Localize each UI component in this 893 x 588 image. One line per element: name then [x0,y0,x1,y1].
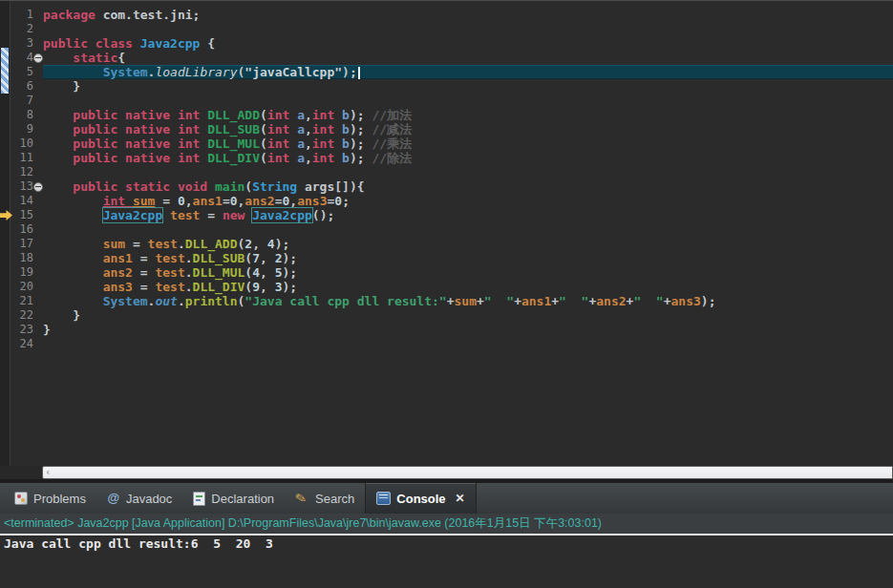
code-token: new [223,208,252,222]
code-line[interactable]: } [43,323,893,337]
code-line[interactable] [43,94,893,108]
code-token: package [43,8,103,22]
code-token: ans1 [103,251,133,265]
code-token: 7 [252,251,260,265]
code-token [43,136,73,151]
problems-icon [14,492,28,505]
code-token [162,208,170,222]
code-token: public native int [73,108,207,122]
code-line[interactable]: } [43,79,893,94]
code-token: Java2cpp [102,207,164,223]
code-token: 0 [334,194,342,208]
code-token [43,122,73,136]
line-number-label: 24 [11,337,33,351]
code-line[interactable]: package com.test.jni; [43,8,893,22]
code-line[interactable]: System.out.println("Java call cpp dll re… [43,294,893,308]
code-token: b [342,108,350,122]
code-token: //乘法 [372,136,412,151]
code-token: 0 [178,194,185,208]
marker-bar[interactable] [0,1,11,466]
code-line[interactable]: System.loadLibrary("javaCallcpp"); [43,65,893,79]
line-number-label: 14 [11,194,33,208]
line-number-label: 20 [11,280,33,294]
code-line[interactable]: ans3 = test.DLL_DIV(9, 3); [43,280,893,294]
code-token: ); [350,108,372,122]
code-token: = [133,265,155,280]
code-token: //减法 [372,122,412,136]
code-line[interactable]: } [43,308,893,323]
code-token: = [125,237,147,251]
code-line[interactable] [43,165,893,179]
code-line[interactable]: public native int DLL_ADD(int a,int b); … [43,108,893,122]
fold-collapse-icon[interactable] [33,53,43,63]
code-line[interactable]: static{ [43,51,893,65]
code-token: static [73,51,117,65]
code-token: Java2cpp [140,36,201,51]
code-line[interactable]: public static void main(String args[]){ [43,179,893,194]
code-token: { [117,51,125,65]
tab-bar: ProblemsJavadocDeclarationSearchConsole✕ [0,479,893,514]
code-token: " " [559,294,588,308]
code-token: ( [260,108,267,122]
code-token: " " [633,294,663,308]
code-token: test [155,265,184,280]
line-number: 21 [11,294,43,308]
scroll-left-icon[interactable]: ‹ [43,468,50,477]
code-token: + [447,294,455,308]
code-line[interactable]: Java2cpp test = new Java2cpp(); [43,208,893,222]
line-number: 6 [11,79,43,94]
console-output[interactable]: Java call cpp dll result:6 5 20 3 [0,536,893,588]
line-number-label: 2 [11,22,33,36]
horizontal-scrollbar[interactable]: ‹ [0,466,893,479]
javadoc-icon [107,492,120,505]
code-line[interactable]: ans1 = test.DLL_SUB(7, 2); [43,251,893,265]
tab-label: Console [396,492,445,506]
code-line[interactable]: ans2 = test.DLL_MUL(4, 5); [43,265,893,280]
code-token: ans3 [103,280,133,294]
code-token: , [305,108,312,122]
code-line[interactable]: sum = test.DLL_ADD(2, 4); [43,237,893,251]
code-line[interactable]: public native int DLL_SUB(int a,int b); … [43,122,893,136]
line-number-label: 4 [11,51,33,65]
tab-javadoc[interactable]: Javadoc [96,483,182,514]
code-token: ans2 [596,294,626,308]
fold-collapse-icon[interactable] [33,182,43,192]
code-line[interactable] [43,22,893,36]
code-token: ; [342,194,350,208]
line-number-label: 7 [11,94,33,108]
tab-declaration[interactable]: Declaration [182,483,285,514]
tab-problems[interactable]: Problems [4,483,96,514]
code-token: public native int [73,151,207,165]
line-number: 11 [11,151,43,165]
code-token: "javaCallcpp" [245,65,342,79]
code-token: { [200,36,215,51]
code-token: int [267,108,297,122]
code-token: DLL_MUL [193,265,245,280]
code-lines[interactable]: package com.test.jni;public class Java2c… [43,1,893,466]
code-line[interactable]: int sum = 0,ans1=0,ans2=0,ans3=0; [43,194,893,208]
tab-search[interactable]: Search [285,483,365,514]
console-icon [376,492,391,505]
code-token: test [148,237,178,251]
code-line[interactable]: public native int DLL_DIV(int a,int b); … [43,151,893,165]
tab-console[interactable]: Console✕ [365,483,476,514]
code-token [43,265,103,280]
code-token: int [267,136,297,151]
search-icon [295,492,309,506]
code-line[interactable] [43,222,893,237]
line-number-gutter[interactable]: 123456789101112131415161718192021222324 [11,1,43,466]
close-icon[interactable]: ✕ [456,492,465,505]
line-number-label: 16 [11,222,33,237]
code-token: , [305,136,312,151]
code-token: //除法 [372,151,412,165]
line-number: 4 [11,51,43,65]
code-line[interactable]: public class Java2cpp { [43,36,893,51]
code-token: = [133,280,155,294]
console-status-line: <terminated> Java2cpp [Java Application]… [0,514,893,534]
code-token: int [312,136,342,151]
scrollbar-track[interactable]: ‹ [42,466,893,479]
code-line[interactable]: public native int DLL_MUL(int a,int b); … [43,136,893,151]
code-line[interactable] [43,337,893,351]
code-editor[interactable]: 123456789101112131415161718192021222324 … [0,1,893,466]
code-token: out [155,294,177,308]
